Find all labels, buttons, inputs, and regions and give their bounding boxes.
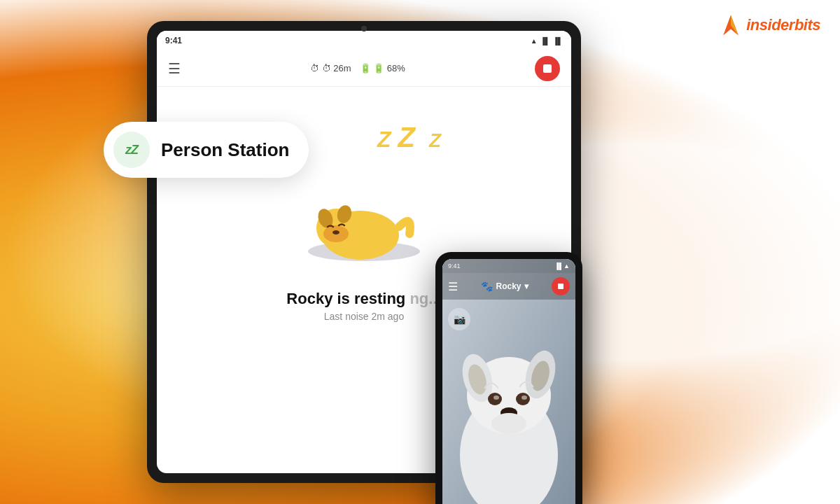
- tablet-appbar: ☰ ⏱ ⏱ 26m 🔋 🔋 68%: [157, 50, 571, 87]
- phone-appbar: ☰ 🐾 Rocky ▾: [442, 273, 575, 300]
- phone-device: 9:41 ▐▌▲ ☰ 🐾 Rocky ▾ 📷: [435, 252, 582, 504]
- svg-point-21: [491, 413, 526, 434]
- stop-button[interactable]: [535, 56, 560, 81]
- svg-point-18: [493, 396, 499, 400]
- battery-display: 🔋 🔋 68%: [360, 63, 405, 74]
- appbar-center: ⏱ ⏱ 26m 🔋 🔋 68%: [310, 63, 405, 74]
- phone-dropdown-icon[interactable]: ▾: [524, 281, 528, 291]
- phone-screen: 9:41 ▐▌▲ ☰ 🐾 Rocky ▾ 📷: [442, 259, 575, 504]
- phone-pet-icon: 🐾: [481, 281, 493, 292]
- phone-stop-icon: [558, 284, 564, 289]
- phone-appbar-center: 🐾 Rocky ▾: [481, 281, 528, 292]
- insiderbits-logo: insiderbits: [718, 13, 820, 38]
- logo-icon: [718, 13, 743, 38]
- tablet-status-icons: ▲ ▐▌ ▐▌: [531, 37, 563, 45]
- pet-status-text: Rocky is resting ng... Last noise 2m ago: [286, 283, 441, 322]
- svg-marker-1: [731, 15, 738, 36]
- phone-menu-icon[interactable]: ☰: [448, 280, 458, 293]
- phone-stop-button[interactable]: [552, 277, 570, 295]
- phone-status-icons: ▐▌▲: [554, 262, 570, 270]
- svg-point-8: [332, 230, 340, 234]
- z1: Z: [377, 127, 391, 152]
- battery-value: 🔋 68%: [373, 63, 405, 74]
- tablet-camera: [361, 26, 367, 31]
- phone-pet-name: Rocky: [496, 281, 521, 291]
- camera-icon: 📷: [454, 314, 465, 325]
- dog-illustration: [301, 185, 427, 262]
- timer-display: ⏱ ⏱ 26m: [310, 63, 351, 74]
- logo-text: insiderbits: [746, 16, 820, 34]
- svg-point-19: [522, 396, 527, 400]
- phone-camera-button[interactable]: 📷: [448, 308, 470, 330]
- tablet-time: 9:41: [165, 36, 182, 46]
- last-noise-label: Last noise 2m ago: [286, 311, 441, 322]
- zzz-badge: zZ: [113, 132, 150, 168]
- battery-icon: ▐▌: [553, 37, 563, 45]
- zzz-animation: ZZZ: [377, 122, 441, 153]
- wifi-icon: ▲: [531, 37, 538, 45]
- z3: Z: [429, 130, 441, 151]
- tablet-statusbar: 9:41 ▲ ▐▌ ▐▌: [157, 31, 571, 50]
- signal-icon: ▐▌: [540, 37, 550, 45]
- clock-icon: ⏱: [310, 63, 319, 74]
- timer-value: ⏱ 26m: [322, 63, 351, 74]
- dog-svg: [301, 185, 427, 262]
- person-station-pill: zZ Person Station: [104, 122, 309, 178]
- phone-statusbar: 9:41 ▐▌▲: [442, 259, 575, 273]
- person-station-label: Person Station: [161, 139, 289, 161]
- battery-icon: 🔋: [360, 63, 371, 74]
- phone-signal-icon: ▐▌▲: [554, 262, 570, 270]
- z2: Z: [398, 122, 414, 153]
- stop-icon: [543, 64, 552, 73]
- phone-time: 9:41: [448, 262, 461, 270]
- menu-icon[interactable]: ☰: [168, 60, 181, 77]
- resting-label: Rocky is resting ng...: [286, 290, 441, 308]
